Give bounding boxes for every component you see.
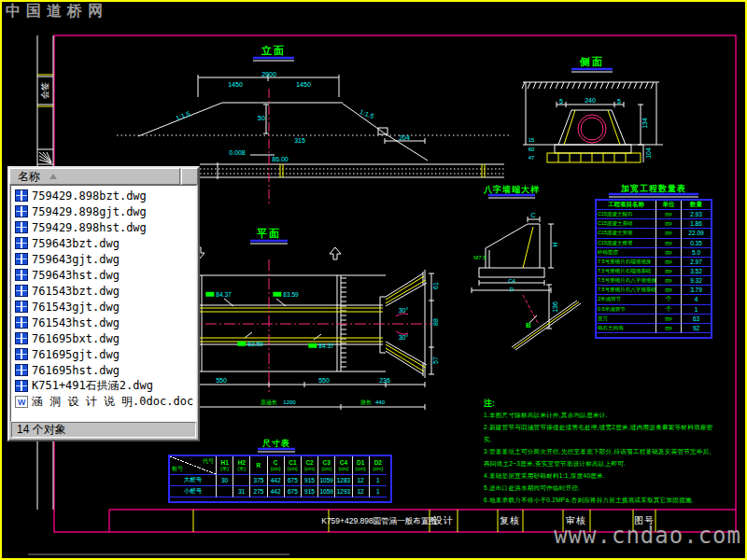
file-list-item[interactable]: 759429.898bzt.dwg — [15, 188, 147, 203]
file-list-item[interactable]: 涵 洞 设 计 说 明.0doc.doc — [15, 394, 193, 410]
diag-bottom-label: 桩号 — [172, 465, 183, 473]
file-list-item[interactable]: 759643hst.dwg — [15, 267, 120, 283]
file-list-item[interactable]: 761695gjt.dwg — [15, 346, 120, 362]
file-list: 759429.898bzt.dwg 759429.898gjt.dwg 7594… — [10, 185, 197, 422]
qty-cell: 7.5号浆砌片石端墙墙身 — [597, 258, 656, 267]
mortar-grade-label: M7.5 — [473, 255, 486, 260]
dwg-file-icon — [15, 221, 28, 233]
dim-label: C — [530, 212, 535, 218]
qty-cell: 5.0 — [682, 248, 711, 258]
quantity-table: 工程项目名称 单位 数量 C15混凝土帽石m³2.93 C15混凝土基础m³1.… — [595, 199, 712, 339]
dim-label: H — [552, 242, 558, 246]
file-name: 759429.898gjt.dwg — [32, 205, 147, 218]
drawing-title: K759+429.898圆管涵一般布置图 — [321, 516, 437, 525]
qty-cell: 3.52 — [682, 267, 711, 276]
dim-label: 315 — [294, 137, 305, 144]
notes-block: 注: 1.本图尺寸除标高以米计外,其余均以厘米计. 2.新建管节与旧涵管节接缝处… — [484, 398, 717, 506]
dim-label: 0.008 — [229, 149, 246, 156]
note-item: 6.地基承载力不得小于0.2MPa,否则应将持力层土换填或采取其它加固措施. — [484, 494, 717, 506]
file-list-item[interactable]: K751+491石拱涵2.dwg — [15, 378, 153, 394]
plan-old-culvert-label: 原涵长 — [261, 399, 277, 405]
file-name: 涵 洞 设 计 说 明.0doc.doc — [32, 394, 193, 410]
qty-cell: C15混凝土基础 — [597, 219, 656, 229]
dim-label: 88 — [432, 318, 439, 326]
column-header-label: 名称 — [18, 169, 40, 185]
dim-label: 47 — [529, 155, 535, 161]
elevation-tag: 83.59 — [237, 342, 262, 348]
file-name: 761695gjt.dwg — [32, 348, 120, 361]
file-list-item[interactable]: 759643bzt.dwg — [15, 235, 120, 251]
file-name: 761543bzt.dwg — [32, 285, 120, 298]
dim-label: 240 — [585, 97, 596, 104]
note-item: 5.进出口处洪水期间可作临时开挖. — [484, 482, 717, 494]
file-name: 759643hst.dwg — [32, 269, 120, 282]
angle-label: 30° — [399, 307, 409, 314]
dim-label: 550 — [318, 377, 330, 384]
site-url-watermark: www.cndao.com — [554, 523, 741, 549]
qty-cell: m³ — [656, 324, 682, 333]
file-list-item[interactable]: 761543hst.dwg — [15, 315, 120, 330]
qty-cell: m³ — [656, 286, 682, 295]
angle-label: 30° — [399, 334, 409, 341]
qty-cell: 0.5米涵管节 — [597, 305, 656, 315]
dim-label: 50 — [258, 115, 265, 121]
qty-cell: m³ — [656, 276, 682, 286]
file-name: 761543hst.dwg — [32, 316, 120, 329]
file-list-item[interactable]: 761543gjt.dwg — [15, 299, 120, 315]
column-header-blank[interactable] — [181, 168, 198, 185]
file-list-item[interactable]: 761695bxt.dwg — [15, 330, 120, 346]
qty-cell: m² — [656, 248, 682, 258]
dwg-file-icon — [15, 301, 28, 313]
file-list-item[interactable]: 759429.898gjt.dwg — [15, 203, 147, 219]
file-list-item[interactable]: 759643gjt.dwg — [15, 251, 120, 267]
qty-header: 数量 — [682, 201, 711, 210]
dwg-file-icon — [15, 380, 28, 392]
wing-detail-label: 八字墙端大样 — [484, 186, 540, 194]
dwg-file-icon — [15, 253, 28, 265]
site-watermark: 中国道桥网 — [6, 2, 108, 21]
dim-label: 440 — [375, 399, 385, 405]
word-file-icon — [15, 396, 28, 408]
qty-cell: 个 — [656, 295, 682, 304]
section-b-label: B — [526, 321, 531, 329]
dim-label: 15 — [529, 137, 535, 143]
column-header-name[interactable]: 名称 — [9, 168, 180, 185]
cad-application-screen: 立面 侧面 平面 八字墙端大样 尺寸表 2900 1450 1450 1:1.5… — [0, 0, 747, 560]
dim-label: 104 — [645, 147, 652, 159]
file-list-item[interactable]: 759429.898hst.dwg — [15, 219, 147, 235]
qty-cell: 个 — [656, 305, 682, 315]
qty-cell: 63 — [682, 315, 711, 324]
qty-cell: 砂砾垫层 — [597, 248, 656, 258]
qty-cell: 7.5号浆砌片石八字墙墙身 — [597, 276, 656, 286]
notes-heading: 注: — [484, 398, 717, 409]
qty-cell: 1 — [682, 305, 711, 315]
dwg-file-icon — [15, 269, 28, 281]
file-name: 761695bxt.dwg — [32, 332, 120, 345]
dim-label: 550 — [216, 377, 227, 384]
sort-ascending-icon — [49, 174, 57, 179]
dwg-file-icon — [15, 189, 28, 202]
qty-cell: C15混凝土帽石 — [597, 210, 656, 219]
note-item: 1.本图尺寸除标高以米计外,其余均以厘米计. — [484, 409, 717, 421]
dim-label: 1450 — [296, 81, 311, 88]
dim-label: 86.00 — [272, 156, 289, 162]
dim-label: 5 — [559, 98, 563, 105]
file-list-item[interactable]: 761695hst.dwg — [15, 362, 120, 378]
dim-label: 1200 — [283, 399, 295, 405]
qty-cell: C15混凝土锥坡 — [597, 239, 656, 248]
file-name: 759643gjt.dwg — [32, 253, 120, 266]
file-list-item[interactable]: 761543bzt.dwg — [15, 283, 120, 299]
side-view-label: 侧面 — [580, 57, 604, 67]
file-name: 761695hst.dwg — [32, 364, 120, 377]
plan-view-label: 平面 — [257, 229, 281, 239]
object-count: 14 个对象 — [17, 422, 66, 438]
qty-cell: 7.5号浆砌片石八字墙基础 — [597, 286, 656, 295]
elevation-view-label: 立面 — [261, 46, 286, 56]
elevation-tag: 84.37 — [205, 292, 231, 299]
dim-label: 236 — [379, 377, 390, 384]
qty-cell: 2米涵管节 — [597, 295, 656, 304]
qty-cell: 22.09 — [682, 229, 711, 238]
file-name: 759429.898bzt.dwg — [32, 189, 147, 203]
dim-label: D — [510, 287, 514, 292]
qty-header: 单位 — [656, 201, 682, 210]
